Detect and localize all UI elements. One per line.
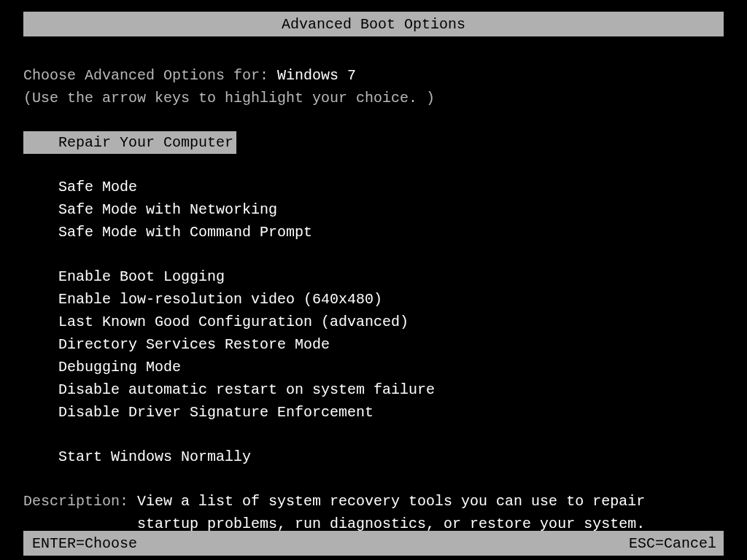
description-line2: startup problems, run diagnostics, or re… [137, 516, 645, 532]
boot-menu-item[interactable]: Enable Boot Logging [23, 265, 724, 288]
boot-menu-item[interactable]: Safe Mode with Networking [23, 198, 724, 221]
arrow-hint: (Use the arrow keys to highlight your ch… [23, 87, 724, 109]
description-line2-indent [23, 516, 137, 532]
choose-prompt-prefix: Choose Advanced Options for: [23, 67, 277, 84]
title-bar: Advanced Boot Options [23, 12, 724, 36]
description-block: Description: View a list of system recov… [23, 490, 724, 535]
boot-menu-item[interactable]: Repair Your Computer [23, 131, 236, 154]
content-area: Choose Advanced Options for: Windows 7 (… [0, 36, 747, 535]
boot-menu-item[interactable]: Enable low-resolution video (640x480) [23, 288, 724, 311]
footer-enter: ENTER=Choose [32, 532, 137, 555]
choose-prompt-line: Choose Advanced Options for: Windows 7 [23, 64, 724, 87]
boot-menu-item[interactable]: Safe Mode with Command Prompt [23, 221, 724, 244]
boot-menu: Repair Your ComputerSafe ModeSafe Mode w… [23, 131, 724, 468]
boot-menu-item[interactable]: Debugging Mode [23, 356, 724, 378]
description-line1: View a list of system recovery tools you… [137, 493, 645, 510]
boot-menu-item[interactable]: Start Windows Normally [23, 446, 724, 468]
boot-menu-item[interactable]: Disable Driver Signature Enforcement [23, 401, 724, 424]
title-text: Advanced Boot Options [282, 16, 465, 33]
boot-menu-item[interactable]: Directory Services Restore Mode [23, 333, 724, 356]
boot-menu-item[interactable]: Safe Mode [23, 176, 724, 198]
footer-esc: ESC=Cancel [629, 532, 716, 555]
boot-menu-item[interactable]: Last Known Good Configuration (advanced) [23, 311, 724, 333]
footer-bar: ENTER=Choose ESC=Cancel [23, 531, 724, 556]
os-name: Windows 7 [277, 67, 356, 84]
description-label: Description: [23, 493, 137, 510]
boot-menu-item[interactable]: Disable automatic restart on system fail… [23, 378, 724, 401]
